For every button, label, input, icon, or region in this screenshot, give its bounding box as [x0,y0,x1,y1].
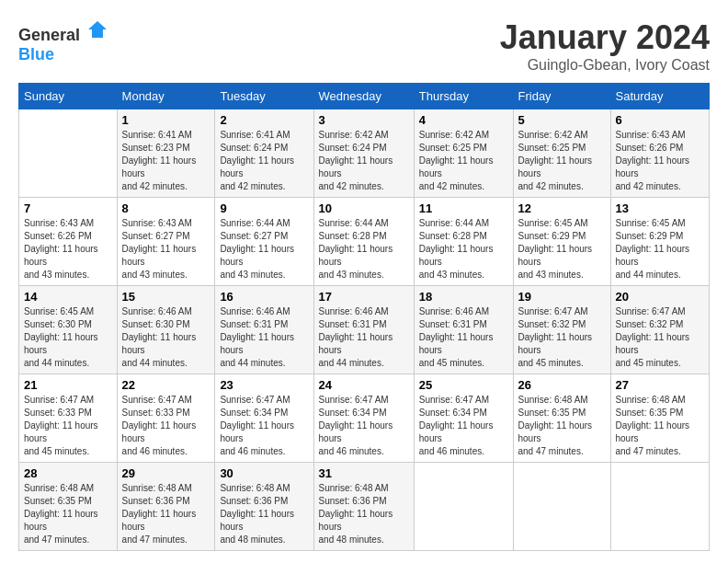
calendar-cell: 3Sunrise: 6:42 AMSunset: 6:24 PMDaylight… [313,109,414,198]
header-sunday: Sunday [19,84,118,109]
day-number: 25 [419,378,508,392]
calendar-cell: 16Sunrise: 6:46 AMSunset: 6:31 PMDayligh… [215,286,313,374]
header-friday: Friday [513,84,610,109]
day-info: Sunrise: 6:47 AMSunset: 6:34 PMDaylight:… [319,394,409,458]
logo-general: General [18,26,80,44]
calendar-cell: 1Sunrise: 6:41 AMSunset: 6:23 PMDaylight… [117,109,215,198]
calendar-cell: 27Sunrise: 6:48 AMSunset: 6:35 PMDayligh… [610,374,710,463]
calendar-cell: 30Sunrise: 6:48 AMSunset: 6:36 PMDayligh… [215,463,313,551]
calendar-cell: 31Sunrise: 6:48 AMSunset: 6:36 PMDayligh… [313,463,414,551]
calendar-week-3: 14Sunrise: 6:45 AMSunset: 6:30 PMDayligh… [19,286,710,374]
calendar-cell [610,463,710,551]
day-info: Sunrise: 6:48 AMSunset: 6:35 PMDaylight:… [24,482,112,546]
calendar-cell: 10Sunrise: 6:44 AMSunset: 6:28 PMDayligh… [313,198,414,286]
day-info: Sunrise: 6:47 AMSunset: 6:34 PMDaylight:… [220,394,308,458]
day-info: Sunrise: 6:47 AMSunset: 6:32 PMDaylight:… [518,305,606,370]
day-number: 31 [319,466,409,480]
header-thursday: Thursday [414,84,513,109]
calendar-cell: 20Sunrise: 6:47 AMSunset: 6:32 PMDayligh… [610,286,710,374]
day-number: 2 [220,113,308,127]
calendar-cell: 13Sunrise: 6:45 AMSunset: 6:29 PMDayligh… [610,198,710,286]
calendar-week-5: 28Sunrise: 6:48 AMSunset: 6:35 PMDayligh… [19,463,710,551]
header-saturday: Saturday [610,84,710,109]
calendar-cell: 8Sunrise: 6:43 AMSunset: 6:27 PMDaylight… [117,198,215,286]
calendar-cell [19,109,118,198]
day-info: Sunrise: 6:48 AMSunset: 6:36 PMDaylight:… [220,482,308,546]
day-number: 22 [122,378,210,392]
calendar-cell: 5Sunrise: 6:42 AMSunset: 6:25 PMDaylight… [513,109,610,198]
logo-text: General Blue [18,18,108,64]
svg-marker-0 [88,21,107,38]
calendar-cell: 17Sunrise: 6:46 AMSunset: 6:31 PMDayligh… [313,286,414,374]
day-info: Sunrise: 6:47 AMSunset: 6:34 PMDaylight:… [419,394,508,458]
calendar-cell: 26Sunrise: 6:48 AMSunset: 6:35 PMDayligh… [513,374,610,463]
day-number: 18 [419,290,508,304]
day-info: Sunrise: 6:45 AMSunset: 6:29 PMDaylight:… [616,217,705,282]
calendar-cell: 24Sunrise: 6:47 AMSunset: 6:34 PMDayligh… [313,374,414,463]
title-block: January 2024 Guinglo-Gbean, Ivory Coast [500,18,710,74]
day-number: 20 [616,290,705,304]
day-number: 24 [319,378,409,392]
day-info: Sunrise: 6:42 AMSunset: 6:24 PMDaylight:… [319,129,409,193]
day-number: 5 [518,113,606,127]
header-tuesday: Tuesday [215,84,313,109]
calendar-cell: 28Sunrise: 6:48 AMSunset: 6:35 PMDayligh… [19,463,118,551]
day-info: Sunrise: 6:41 AMSunset: 6:24 PMDaylight:… [220,129,308,193]
calendar-cell: 22Sunrise: 6:47 AMSunset: 6:33 PMDayligh… [117,374,215,463]
calendar-cell: 29Sunrise: 6:48 AMSunset: 6:36 PMDayligh… [117,463,215,551]
day-number: 1 [122,113,210,127]
day-number: 8 [122,201,210,215]
day-number: 26 [518,378,606,392]
calendar-cell: 23Sunrise: 6:47 AMSunset: 6:34 PMDayligh… [215,374,313,463]
calendar-cell: 15Sunrise: 6:46 AMSunset: 6:30 PMDayligh… [117,286,215,374]
day-number: 27 [616,378,705,392]
calendar-title: January 2024 [500,18,710,57]
day-info: Sunrise: 6:46 AMSunset: 6:31 PMDaylight:… [319,305,409,370]
calendar-subtitle: Guinglo-Gbean, Ivory Coast [500,57,710,74]
day-info: Sunrise: 6:42 AMSunset: 6:25 PMDaylight:… [419,129,508,193]
day-number: 19 [518,290,606,304]
calendar-cell: 25Sunrise: 6:47 AMSunset: 6:34 PMDayligh… [414,374,513,463]
day-number: 6 [616,113,705,127]
day-number: 28 [24,466,112,480]
calendar-cell: 18Sunrise: 6:46 AMSunset: 6:31 PMDayligh… [414,286,513,374]
day-info: Sunrise: 6:43 AMSunset: 6:26 PMDaylight:… [616,129,705,193]
calendar-cell: 19Sunrise: 6:47 AMSunset: 6:32 PMDayligh… [513,286,610,374]
logo: General Blue [18,18,108,64]
day-info: Sunrise: 6:41 AMSunset: 6:23 PMDaylight:… [122,129,210,193]
day-number: 13 [616,201,705,215]
day-number: 29 [122,466,210,480]
day-info: Sunrise: 6:48 AMSunset: 6:35 PMDaylight:… [518,394,606,458]
day-info: Sunrise: 6:48 AMSunset: 6:36 PMDaylight:… [122,482,210,546]
calendar-cell: 11Sunrise: 6:44 AMSunset: 6:28 PMDayligh… [414,198,513,286]
day-number: 11 [419,201,508,215]
day-number: 17 [319,290,409,304]
day-number: 3 [319,113,409,127]
day-info: Sunrise: 6:45 AMSunset: 6:30 PMDaylight:… [24,305,112,370]
day-info: Sunrise: 6:44 AMSunset: 6:27 PMDaylight:… [220,217,308,282]
calendar-header-row: SundayMondayTuesdayWednesdayThursdayFrid… [19,84,710,109]
day-number: 21 [24,378,112,392]
logo-blue: Blue [18,45,54,63]
logo-icon [86,18,108,40]
day-info: Sunrise: 6:46 AMSunset: 6:30 PMDaylight:… [122,305,210,370]
day-number: 16 [220,290,308,304]
day-number: 30 [220,466,308,480]
day-number: 9 [220,201,308,215]
day-number: 23 [220,378,308,392]
day-number: 10 [319,201,409,215]
day-info: Sunrise: 6:42 AMSunset: 6:25 PMDaylight:… [518,129,606,193]
day-info: Sunrise: 6:44 AMSunset: 6:28 PMDaylight:… [419,217,508,282]
day-info: Sunrise: 6:48 AMSunset: 6:35 PMDaylight:… [616,394,705,458]
day-info: Sunrise: 6:43 AMSunset: 6:27 PMDaylight:… [122,217,210,282]
calendar-week-2: 7Sunrise: 6:43 AMSunset: 6:26 PMDaylight… [19,198,710,286]
calendar-cell: 12Sunrise: 6:45 AMSunset: 6:29 PMDayligh… [513,198,610,286]
day-info: Sunrise: 6:45 AMSunset: 6:29 PMDaylight:… [518,217,606,282]
day-info: Sunrise: 6:46 AMSunset: 6:31 PMDaylight:… [220,305,308,370]
calendar-cell [513,463,610,551]
day-number: 12 [518,201,606,215]
day-info: Sunrise: 6:46 AMSunset: 6:31 PMDaylight:… [419,305,508,370]
calendar-week-4: 21Sunrise: 6:47 AMSunset: 6:33 PMDayligh… [19,374,710,463]
day-info: Sunrise: 6:47 AMSunset: 6:33 PMDaylight:… [24,394,112,458]
day-info: Sunrise: 6:47 AMSunset: 6:32 PMDaylight:… [616,305,705,370]
